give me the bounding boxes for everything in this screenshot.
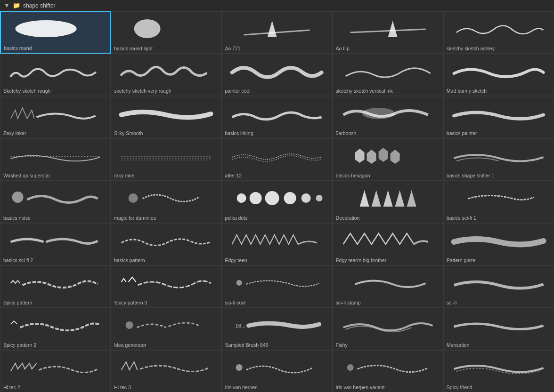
brush-item-raky-rake[interactable]: raky rake — [111, 138, 221, 181]
brush-label-iris-van-herpen-variant: Iris van herpen variant — [336, 384, 440, 390]
svg-point-22 — [316, 195, 323, 201]
brush-label-edgy-teen: Edgy teen — [225, 256, 329, 263]
brush-item-sketchy-sketch-ashley[interactable]: sketchy sketch ashley — [443, 11, 554, 54]
brush-preview-ao-flip — [336, 14, 440, 44]
brush-preview-iris-van-herpen-variant — [336, 352, 440, 383]
brush-label-sci-fi: sci-fi — [447, 299, 551, 305]
brush-item-ao-flip[interactable]: Ao flip — [333, 11, 443, 54]
collapse-icon[interactable]: ▼ — [4, 2, 10, 9]
brush-item-magic-for-dummies[interactable]: magic for dummies — [111, 181, 221, 223]
brush-label-ao-flip: Ao flip — [336, 45, 440, 51]
brush-item-after-12[interactable]: after 12 — [221, 138, 332, 181]
brush-preview-basics-hexagon — [336, 141, 440, 171]
svg-point-15 — [12, 192, 24, 203]
brush-label-basics-hexagon: basics hexagon — [336, 172, 440, 178]
brush-label-iris-van-herpen: Iris van herpen — [225, 384, 329, 390]
brush-item-spicy-pattern-3[interactable]: Spicy pattern 3 — [111, 265, 221, 308]
brush-item-5arboosh[interactable]: 5arboosh — [333, 96, 443, 138]
brush-item-basics-round[interactable]: basics round — [0, 11, 111, 54]
svg-point-1 — [134, 19, 161, 38]
brush-preview-basics-sci-fi-2 — [3, 225, 107, 256]
brush-preview-sci-fi-cool — [225, 268, 329, 298]
svg-text:16...: 16... — [236, 323, 245, 328]
brush-item-zexy-inker[interactable]: Zexy inker — [0, 96, 111, 138]
brush-preview-decoration — [336, 183, 440, 213]
brush-item-basics-painter[interactable]: basics painter — [443, 96, 554, 138]
brush-item-washed-up-superstar[interactable]: Washed up superstar — [0, 138, 111, 181]
svg-point-19 — [265, 191, 279, 205]
brush-preview-spicy-pattern-3 — [114, 268, 218, 298]
brush-item-edgy-teens-big-brother[interactable]: Edgy teen's big brother — [333, 223, 443, 265]
brush-preview-spicy-friend — [447, 352, 551, 383]
brush-item-hi-tec-2[interactable]: Hi tec 2 — [0, 350, 111, 392]
brush-label-basics-pattern: basics pattern — [114, 256, 218, 263]
brush-label-sci-fi-cool: sci-fi cool — [225, 299, 329, 305]
brush-item-idea-generator[interactable]: Idea generator — [111, 308, 221, 350]
brush-preview-sketchy-sketch-rough — [3, 56, 107, 86]
brush-item-polka-dots[interactable]: polka dots — [221, 181, 332, 223]
brush-item-sci-fi-stamp[interactable]: sci-fi stamp — [333, 265, 443, 308]
brush-item-basics-inking[interactable]: basics inking — [221, 96, 332, 138]
brush-item-edgy-teen[interactable]: Edgy teen — [221, 223, 332, 265]
svg-marker-27 — [407, 190, 416, 207]
svg-marker-24 — [371, 190, 381, 207]
brush-preview-basics-inking — [225, 98, 329, 128]
brush-item-painter-cool[interactable]: painter cool — [221, 54, 332, 96]
brush-item-fishy[interactable]: Fishy — [333, 308, 443, 350]
brush-item-decoration[interactable]: Decoration — [333, 181, 443, 223]
brush-label-basics-round: basics round — [4, 44, 107, 51]
brush-item-mad-bunny-sketch[interactable]: Mad bunny sketch — [443, 54, 554, 96]
brush-label-sci-fi-stamp: sci-fi stamp — [336, 299, 440, 305]
brush-item-sketchy-sketch-very-rough[interactable]: sketchy sketch very rough — [111, 54, 221, 96]
brush-preview-sci-fi — [447, 268, 551, 298]
brush-item-spicy-pattern[interactable]: Spicy pattern — [0, 265, 111, 308]
brush-preview-hi-tec-3 — [114, 352, 218, 383]
brush-item-spicy-pattern-2[interactable]: Spicy pattern 2 — [0, 308, 111, 350]
brush-item-hi-tec-3[interactable]: Hi tec 3 — [111, 350, 221, 392]
brush-label-spicy-pattern-3: Spicy pattern 3 — [114, 299, 218, 305]
brush-preview-ao-771 — [225, 14, 329, 44]
brush-item-iris-van-herpen-variant[interactable]: Iris van herpen variant — [333, 350, 443, 392]
brush-preview-zexy-inker — [3, 98, 107, 128]
brush-label-painter-cool: painter cool — [225, 87, 329, 94]
brush-item-sci-fi-cool[interactable]: sci-fi cool — [221, 265, 332, 308]
brush-preview-spicy-pattern-2 — [3, 310, 107, 340]
brush-label-decoration: Decoration — [336, 214, 440, 221]
brush-item-mansation[interactable]: Mansation — [443, 308, 554, 350]
brush-preview-edgy-teens-big-brother — [336, 225, 440, 256]
brush-item-sci-fi[interactable]: sci-fi — [443, 265, 554, 308]
brush-preview-basics-round-light — [114, 14, 218, 44]
brush-item-basics-noise[interactable]: basics noise — [0, 181, 111, 223]
brush-preview-basics-sci-fi-1 — [447, 183, 551, 213]
folder-icon: 📁 — [13, 2, 20, 9]
brush-item-basics-sci-fi-2[interactable]: basics sci-fi 2 — [0, 223, 111, 265]
brush-preview-sci-fi-stamp — [336, 268, 440, 298]
brush-label-zexy-inker: Zexy inker — [3, 129, 107, 136]
brush-item-silky-smooth[interactable]: Silky Smooth — [111, 96, 221, 138]
svg-marker-11 — [355, 149, 364, 163]
brush-item-pattern-glaze[interactable]: Pattern glaze — [443, 223, 554, 265]
brush-label-washed-up-superstar: Washed up superstar — [3, 172, 107, 178]
brush-label-sketchy-sketch-vertical-ink: sketchy sketch vertical ink — [336, 87, 440, 94]
svg-point-18 — [250, 192, 262, 204]
brush-label-basics-inking: basics inking — [225, 129, 329, 136]
brush-item-basics-round-light[interactable]: basics round light — [111, 11, 221, 54]
brush-item-iris-van-herpen[interactable]: Iris van herpen — [221, 350, 332, 392]
brush-label-edgy-teens-big-brother: Edgy teen's big brother — [336, 256, 440, 263]
brush-label-hi-tec-2: Hi tec 2 — [3, 384, 107, 390]
brush-item-sampled-brush-845[interactable]: 16... Sampled Brush 845 — [221, 308, 332, 350]
brush-item-sketchy-sketch-vertical-ink[interactable]: sketchy sketch vertical ink — [333, 54, 443, 96]
svg-marker-2 — [268, 21, 277, 37]
svg-point-20 — [284, 192, 296, 204]
brush-preview-edgy-teen — [225, 225, 329, 256]
brush-item-ao-771[interactable]: Ao 771 — [221, 11, 332, 54]
brush-item-basics-pattern[interactable]: basics pattern — [111, 223, 221, 265]
brush-item-sketchy-sketch-rough[interactable]: Sketchy sketch rough — [0, 54, 111, 96]
svg-marker-12 — [367, 150, 376, 164]
brush-item-basics-sci-fi-1[interactable]: basics sci-fi 1 — [443, 181, 554, 223]
brush-item-spicy-friend[interactable]: Spicy friend — [443, 350, 554, 392]
brush-item-basics-hexagon[interactable]: basics hexagon — [333, 138, 443, 181]
svg-line-3 — [244, 30, 310, 35]
brush-label-sketchy-sketch-ashley: sketchy sketch ashley — [447, 45, 551, 51]
brush-item-basics-shape-shifter-1[interactable]: basics shape shifter 1 — [443, 138, 554, 181]
